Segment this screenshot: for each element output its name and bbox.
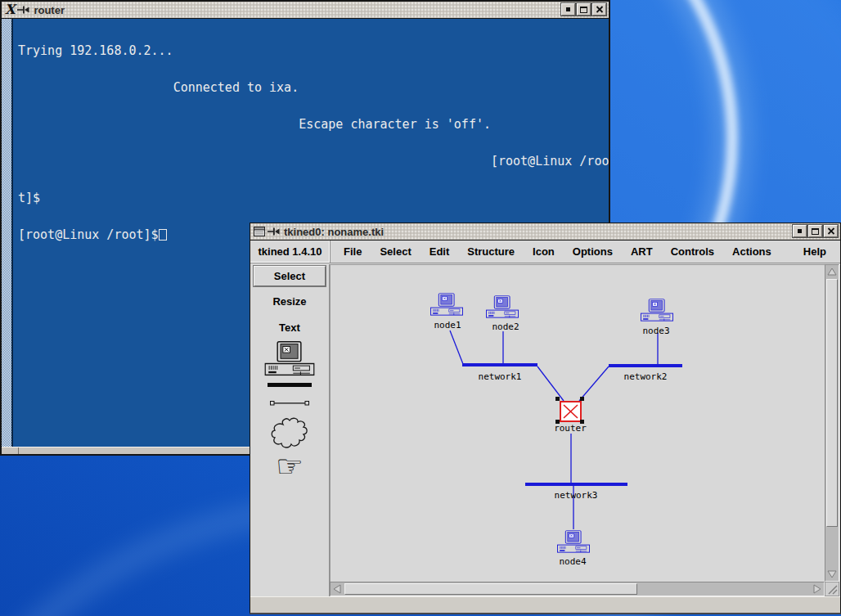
- terminal-line: Connected to ixa.: [18, 82, 609, 94]
- node1-icon[interactable]: [430, 293, 463, 317]
- menu-select[interactable]: Select: [371, 245, 420, 258]
- cloud-icon[interactable]: [270, 416, 309, 451]
- minimize-button[interactable]: [793, 225, 807, 237]
- pin-icon[interactable]: [17, 5, 29, 15]
- screen: { "terminal": { "title": "router", "wind…: [0, 0, 841, 616]
- resize-grip-icon: [825, 582, 839, 596]
- terminal-line: [root@Linux /roo: [18, 155, 609, 168]
- close-icon: [596, 6, 604, 13]
- close-button[interactable]: [592, 3, 606, 16]
- terminal-titlebar[interactable]: X router: [2, 2, 609, 19]
- node2-label: node2: [492, 321, 519, 332]
- pin-icon[interactable]: [268, 227, 280, 236]
- version-label: tkined 1.4.10: [250, 241, 331, 263]
- menu-actions[interactable]: Actions: [723, 245, 780, 258]
- terminal-cursor: [159, 229, 167, 241]
- thick-line-icon[interactable]: [268, 383, 312, 387]
- vertical-scrollbar[interactable]: [825, 264, 839, 582]
- x11-logo-icon: X: [5, 3, 15, 16]
- scroll-right-button[interactable]: [811, 582, 824, 596]
- maximize-button[interactable]: [577, 3, 591, 16]
- horizontal-scrollbar[interactable]: [330, 582, 825, 596]
- network2-label: network2: [624, 371, 668, 382]
- horizontal-scroll-thumb[interactable]: [344, 583, 637, 595]
- scroll-up-button[interactable]: [825, 265, 839, 278]
- link-network1-router: [537, 366, 564, 401]
- menu-controls[interactable]: Controls: [662, 245, 723, 258]
- link-network2-router: [579, 366, 609, 401]
- menu-art[interactable]: ART: [622, 245, 662, 258]
- arrow-left-icon: [333, 584, 341, 594]
- scroll-left-button[interactable]: [331, 582, 344, 596]
- tkined-window-title: tkined0: noname.tki: [284, 226, 384, 238]
- minimize-button[interactable]: [561, 3, 575, 16]
- maximize-button[interactable]: [808, 225, 822, 237]
- resize-grip[interactable]: [825, 582, 839, 596]
- close-icon: [827, 227, 835, 235]
- router-x-glyph: [561, 402, 580, 420]
- line-icon[interactable]: [270, 401, 309, 406]
- arrow-up-icon: [827, 268, 837, 276]
- terminal-window-title: router: [34, 4, 65, 16]
- pointing-hand-icon[interactable]: ☞: [276, 452, 304, 480]
- router-icon[interactable]: [560, 401, 582, 422]
- node3-label: node3: [642, 326, 669, 336]
- terminal-scrollbar[interactable]: [2, 19, 13, 447]
- tkined-window: tkined0: noname.tki tkined 1.4.10 File S…: [250, 223, 841, 614]
- menu-file[interactable]: File: [335, 245, 371, 258]
- terminal-line: Trying 192.168.0.2...: [18, 45, 609, 57]
- menu-edit[interactable]: Edit: [420, 245, 459, 258]
- selection-handle[interactable]: [580, 397, 584, 401]
- maximize-icon: [580, 7, 587, 13]
- arrow-right-icon: [813, 584, 821, 594]
- router-label: router: [554, 423, 587, 434]
- maximize-icon: [812, 228, 819, 235]
- menu-help[interactable]: Help: [794, 245, 835, 258]
- minimize-icon: [566, 7, 570, 11]
- node1-label: node1: [434, 320, 461, 330]
- arrow-down-icon: [827, 570, 837, 578]
- menu-icon[interactable]: Icon: [524, 245, 564, 258]
- tkined-body: Select Resize Text ☞: [250, 264, 840, 596]
- node3-icon[interactable]: [641, 299, 673, 322]
- node4-label: node4: [559, 556, 586, 567]
- network1-label: network1: [479, 371, 522, 382]
- tool-resize-button[interactable]: Resize: [272, 295, 306, 308]
- terminal-line: t]$: [18, 192, 609, 205]
- close-button[interactable]: [824, 225, 838, 237]
- scroll-down-button[interactable]: [825, 568, 839, 581]
- tkined-titlebar[interactable]: tkined0: noname.tki: [250, 223, 840, 241]
- minimize-icon: [798, 229, 802, 233]
- tkined-bottom-frame[interactable]: [250, 596, 840, 613]
- tool-text-button[interactable]: Text: [279, 321, 300, 334]
- menu-options[interactable]: Options: [564, 245, 622, 258]
- menu-structure[interactable]: Structure: [458, 245, 524, 258]
- terminal-line: Escape character is 'off'.: [18, 119, 609, 131]
- tkined-menubar: tkined 1.4.10 File Select Edit Structure…: [250, 241, 840, 263]
- vertical-scroll-thumb[interactable]: [826, 279, 838, 527]
- tool-select-button[interactable]: Select: [254, 266, 326, 286]
- selection-handle[interactable]: [555, 397, 560, 401]
- diagram-canvas[interactable]: node1 node2 node3 node4 network1 network…: [330, 264, 825, 582]
- node2-icon[interactable]: [486, 295, 519, 319]
- computer-icon[interactable]: [264, 341, 315, 377]
- tool-palette: Select Resize Text ☞: [250, 264, 330, 596]
- network3-label: network3: [555, 490, 598, 501]
- window-icon: [254, 227, 265, 236]
- node4-icon[interactable]: [557, 530, 590, 554]
- link-node1-network1: [450, 330, 463, 364]
